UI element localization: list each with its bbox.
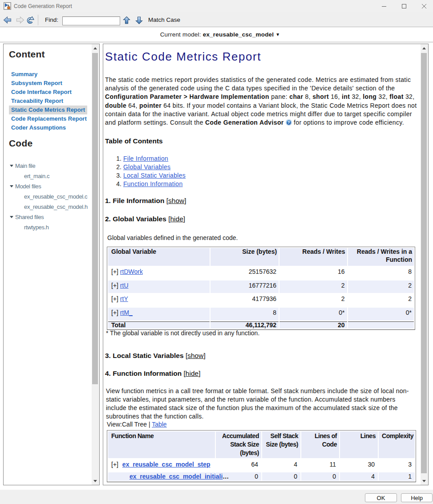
intro-bold-segment: short (312, 93, 329, 100)
toc-link-local-static-variables[interactable]: Local Static Variables (123, 172, 186, 179)
view-table-link[interactable]: Table (152, 421, 166, 428)
column-header: Reads / Writes (279, 248, 347, 266)
tree-file-rtwtypes-h[interactable]: rtwtypes.h (24, 224, 49, 231)
tree-file-model-h[interactable]: ex_reusable_csc_model.h (24, 203, 88, 210)
scrollbar-down-arrow-icon[interactable] (92, 477, 99, 485)
variable-link-rtu[interactable]: rtU (120, 282, 129, 289)
file-information-show-link[interactable]: show (168, 197, 184, 204)
tree-item-main-file[interactable]: Main file (15, 163, 35, 169)
forward-arrow-icon[interactable] (16, 16, 24, 24)
current-model-name[interactable]: ex_reusable_csc_model (203, 31, 274, 38)
current-model-text: Current model: ex_reusable_csc_model▼ (160, 27, 280, 42)
scrollbar-arrow-triangle (93, 47, 97, 49)
reads-writes-cell: 0* (279, 308, 347, 321)
variable-link-rtdwork[interactable]: rtDWork (120, 268, 143, 275)
sidebar-item-summary[interactable]: Summary (9, 70, 40, 79)
sidebar-item-code-replacements-report[interactable]: Code Replacements Report (9, 114, 89, 123)
bracket-close: ] (203, 352, 205, 359)
expand-plus-icon[interactable]: [+] (111, 282, 118, 289)
tree-expanded-triangle-icon[interactable] (10, 185, 13, 187)
intro-text-segment: 16, (329, 93, 342, 100)
lines-of-code-cell: 0 (301, 472, 339, 481)
lines-cell: 4 (340, 472, 378, 481)
expand-plus-icon[interactable]: [+] (111, 461, 118, 468)
section-heading-function-information: 4. Function Information [hide] (105, 370, 421, 378)
toggle-bracket-wrap: [show] (186, 352, 206, 359)
scrollbar-up-arrow-icon[interactable] (92, 44, 99, 52)
sidebar-item-coder-assumptions[interactable]: Coder Assumptions (9, 123, 68, 132)
model-dropdown-caret-icon[interactable]: ▼ (275, 32, 280, 37)
sidebar-item-subsystem-report[interactable]: Subsystem Report (9, 79, 65, 88)
tree-item-model-files[interactable]: Model files (15, 183, 41, 190)
intro-text-segment: for options to improve code efficiency. (292, 119, 404, 126)
ok-button[interactable]: OK (365, 493, 397, 502)
tree-expanded-triangle-icon[interactable] (10, 165, 13, 167)
tree-row: ert_main.c (4, 171, 92, 181)
tree-item-shared-files[interactable]: Shared files (15, 214, 44, 220)
content-scrollbar-thumb[interactable] (421, 53, 427, 473)
current-model-bar: Current model: ex_reusable_csc_model▼ (0, 27, 433, 42)
sidebar-item-code-interface-report[interactable]: Code Interface Report (9, 88, 74, 97)
expand-plus-icon[interactable]: [+] (111, 309, 118, 316)
variable-link-rtm[interactable]: rtM_ (120, 309, 133, 316)
find-next-down-arrow-icon[interactable] (135, 16, 143, 24)
match-case-label[interactable]: Match Case (148, 12, 180, 27)
help-question-icon[interactable]: ? (286, 119, 292, 126)
tree-file-ert-main-c[interactable]: ert_main.c (24, 173, 49, 179)
intro-bold-segment: long (363, 93, 376, 100)
maximize-button[interactable] (394, 0, 414, 12)
sidebar-inner: Content Summary Subsystem Report Code In… (4, 44, 92, 485)
function-link-initialize[interactable]: ex_reusable_csc_model_initiali (127, 473, 223, 480)
function-information-hide-link[interactable]: hide (186, 370, 198, 377)
expand-plus-icon[interactable]: [+] (111, 295, 118, 302)
tree-row: ex_reusable_csc_model.h (4, 202, 92, 212)
intro-text-segment: 8, (303, 93, 312, 100)
sidebar-item-static-code-metrics-report[interactable]: Static Code Metrics Report (9, 106, 87, 114)
tree-row: rtwtypes.h (4, 222, 92, 232)
toc-link-global-variables[interactable]: Global Variables (123, 163, 170, 171)
toggle-bracket-wrap: [hide] (184, 370, 201, 377)
refresh-icon[interactable] (26, 16, 35, 24)
lines-cell: 30 (340, 459, 378, 472)
global-variables-hide-link[interactable]: hide (170, 215, 183, 223)
find-input[interactable] (62, 16, 120, 25)
global-variables-table: Global Variable Size (bytes) Reads / Wri… (107, 247, 415, 329)
sidebar-scrollbar-thumb[interactable] (92, 53, 98, 384)
simulink-code-generation-icon (4, 2, 11, 10)
toggle-bracket-wrap: [hide] (168, 215, 185, 223)
minimize-button[interactable] (374, 0, 394, 12)
local-static-variables-show-link[interactable]: show (187, 352, 203, 359)
scrollbar-down-arrow-icon[interactable] (421, 477, 428, 485)
complexity-cell: 3 (379, 459, 415, 472)
close-button[interactable] (414, 0, 433, 12)
function-link-step[interactable]: ex_reusable_csc_model_step (120, 461, 210, 468)
section-heading-global-variables: 2. Global Variables [hide] (105, 215, 421, 223)
reads-writes-fn-cell: 0* (348, 308, 414, 321)
find-toolbar: Find: Match Case (0, 12, 433, 27)
table-header-row: Global Variable Size (bytes) Reads / Wri… (108, 248, 414, 266)
variable-link-rty[interactable]: rtY (120, 295, 128, 302)
self-stack-cell: 0 (262, 472, 300, 481)
lines-of-code-cell: 11 (301, 459, 339, 472)
view-selector-line: View:Call Tree | Table (107, 421, 421, 428)
svg-text:?: ? (287, 120, 290, 125)
column-header: Accumulated Stack Size (bytes) (216, 431, 261, 458)
toc-link-function-information[interactable]: Function Information (123, 180, 183, 187)
intro-bold-segment: double (105, 102, 126, 109)
expand-plus-icon[interactable]: [+] (111, 268, 118, 275)
back-arrow-icon[interactable] (3, 16, 12, 24)
tree-expanded-triangle-icon[interactable] (10, 216, 13, 218)
sidebar-scrollbar[interactable] (92, 44, 99, 485)
help-button[interactable]: Help (401, 493, 433, 502)
truncation-ellipsis: … (223, 473, 229, 480)
function-information-table: Function Name Accumulated Stack Size (by… (107, 430, 416, 483)
content-sidebar-panel: Content Summary Subsystem Report Code In… (3, 44, 100, 485)
find-previous-up-arrow-icon[interactable] (123, 16, 130, 24)
toc-link-file-information[interactable]: File Information (123, 155, 168, 162)
scrollbar-up-arrow-icon[interactable] (421, 44, 428, 52)
tree-file-model-c[interactable]: ex_reusable_csc_model.c (24, 193, 87, 200)
sidebar-item-traceability-report[interactable]: Traceability Report (9, 97, 65, 106)
intro-bold-segment: Configuration Parameter > Hardware Imple… (105, 93, 269, 100)
table-header-row: Function Name Accumulated Stack Size (by… (108, 431, 415, 458)
content-scrollbar[interactable] (421, 44, 428, 485)
